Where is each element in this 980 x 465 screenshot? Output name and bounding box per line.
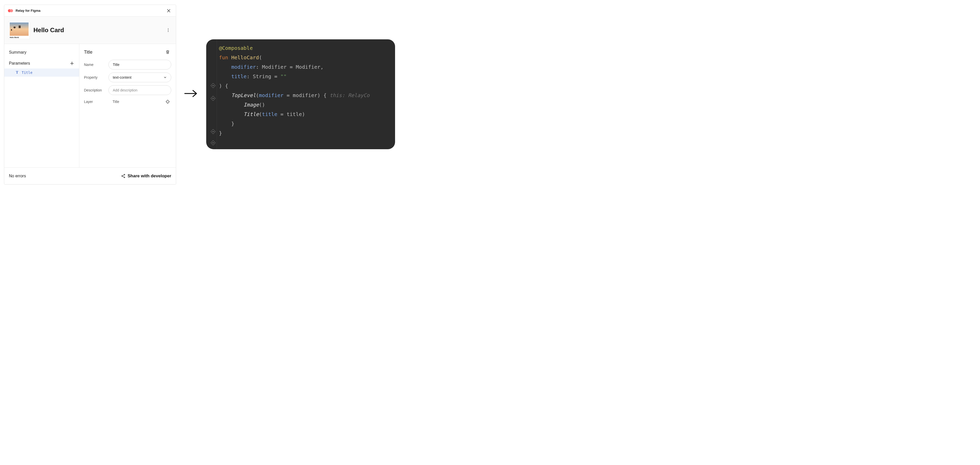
parameter-item-label: Title xyxy=(22,70,32,75)
add-parameter-button[interactable] xyxy=(68,60,76,67)
trash-icon xyxy=(165,50,170,54)
thumbnail-image xyxy=(10,22,29,36)
svg-point-1 xyxy=(168,30,169,30)
property-label: Property xyxy=(84,75,108,80)
plus-icon xyxy=(70,61,74,66)
share-label: Share with developer xyxy=(127,174,171,179)
code-gutter xyxy=(206,39,217,149)
code-annotation: @Composable xyxy=(219,45,253,51)
crosshair-icon xyxy=(165,99,170,104)
share-icon xyxy=(121,174,126,178)
description-row: Description xyxy=(84,85,171,95)
property-select[interactable]: text-content xyxy=(108,73,171,82)
parameters-heading: Parameters xyxy=(9,61,30,66)
layer-label: Layer xyxy=(84,100,108,104)
delete-parameter-button[interactable] xyxy=(164,48,171,56)
fold-marker-icon[interactable] xyxy=(210,129,216,134)
detail-pane: Title Name Property text-content xyxy=(80,44,176,167)
description-label: Description xyxy=(84,88,108,92)
panel-body: Summary Parameters T Title Title xyxy=(4,44,176,167)
text-parameter-icon: T xyxy=(15,70,19,75)
fold-marker-icon[interactable] xyxy=(210,140,216,145)
detail-title: Title xyxy=(84,50,164,55)
svg-point-0 xyxy=(168,29,169,29)
layer-row: Layer Title xyxy=(84,98,171,105)
arrow-icon xyxy=(184,88,198,99)
more-vertical-icon xyxy=(166,28,170,32)
code-output-panel: @Composable fun HelloCard( modifier: Mod… xyxy=(206,39,395,149)
relay-plugin-panel: Relay for Figma Hello World Hello Card S… xyxy=(4,5,176,184)
detail-header: Title xyxy=(84,48,171,56)
property-row: Property text-content xyxy=(84,73,171,82)
name-input[interactable] xyxy=(108,60,171,69)
parameters-heading-row: Parameters xyxy=(4,58,79,69)
panel-footer: No errors Share with developer xyxy=(4,167,176,184)
name-label: Name xyxy=(84,62,108,67)
error-status: No errors xyxy=(9,174,121,178)
summary-heading[interactable]: Summary xyxy=(4,48,79,58)
code-content: @Composable fun HelloCard( modifier: Mod… xyxy=(219,43,395,138)
relay-logo-icon xyxy=(8,9,14,13)
property-value: text-content xyxy=(113,75,131,80)
component-thumbnail: Hello World xyxy=(8,21,30,39)
fold-marker-icon[interactable] xyxy=(210,96,216,101)
chevron-down-icon xyxy=(163,76,167,79)
svg-point-2 xyxy=(168,31,169,32)
component-header: Hello World Hello Card xyxy=(4,17,176,44)
locate-layer-button[interactable] xyxy=(164,98,171,105)
more-menu-button[interactable] xyxy=(165,27,172,34)
description-input[interactable] xyxy=(108,85,171,95)
titlebar: Relay for Figma xyxy=(4,5,176,17)
svg-point-4 xyxy=(167,101,168,102)
thumbnail-caption: Hello World xyxy=(10,36,29,38)
plugin-title: Relay for Figma xyxy=(16,9,41,13)
component-name: Hello Card xyxy=(33,27,161,34)
sidebar: Summary Parameters T Title xyxy=(4,44,80,167)
close-button[interactable] xyxy=(165,7,172,14)
parameter-item-title[interactable]: T Title xyxy=(4,69,79,77)
layer-value: Title xyxy=(108,100,164,104)
share-with-developer-button[interactable]: Share with developer xyxy=(121,174,171,179)
fold-marker-icon[interactable] xyxy=(210,83,216,88)
name-row: Name xyxy=(84,60,171,69)
close-icon xyxy=(166,8,171,13)
